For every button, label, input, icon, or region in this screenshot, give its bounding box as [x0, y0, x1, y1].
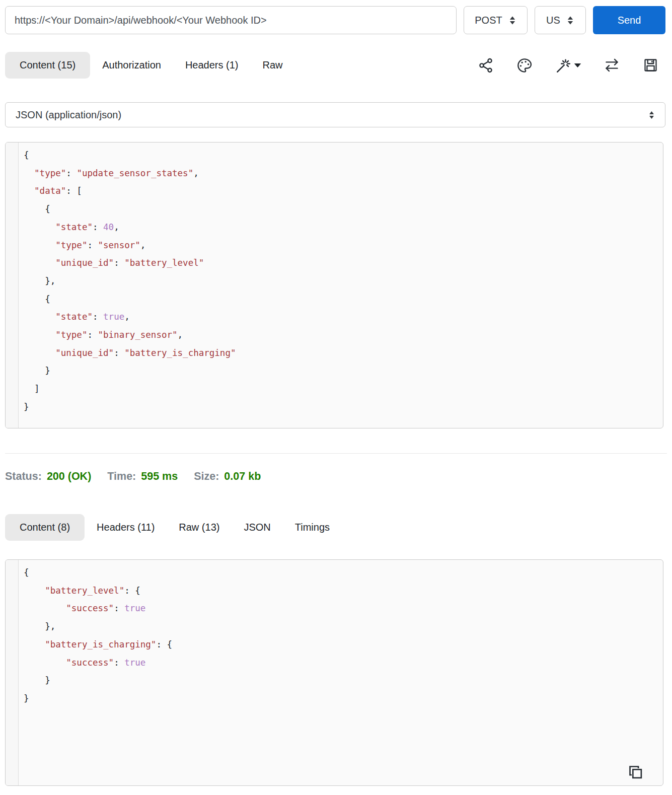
- response-body-code: { "battery_level": { "success": true }, …: [19, 564, 661, 783]
- tab-response-content[interactable]: Content (8): [5, 514, 85, 541]
- body-type-select[interactable]: JSON (application/json): [5, 102, 665, 127]
- tab-response-raw[interactable]: Raw (13): [167, 514, 232, 541]
- divider: [5, 453, 667, 454]
- tab-request-raw[interactable]: Raw: [251, 52, 295, 79]
- updown-arrows-icon: [566, 16, 574, 25]
- tab-response-timings[interactable]: Timings: [283, 514, 342, 541]
- response-tab-row: Content (8) Headers (11) Raw (13) JSON T…: [5, 514, 665, 541]
- request-body-code[interactable]: { "type": "update_sensor_states", "data"…: [19, 147, 661, 426]
- tab-request-authorization[interactable]: Authorization: [90, 52, 173, 79]
- time-label: Time:: [107, 470, 136, 483]
- viewer-gutter: [6, 560, 19, 785]
- status-label: Status:: [5, 470, 42, 483]
- method-select[interactable]: POST: [464, 6, 528, 34]
- status-value: 200 (OK): [47, 470, 91, 483]
- region-select-value: US: [546, 15, 560, 26]
- time-pair: Time: 595 ms: [107, 470, 178, 483]
- status-bar: Status: 200 (OK) Time: 595 ms Size: 0.07…: [5, 466, 667, 486]
- url-input[interactable]: [5, 6, 457, 34]
- request-body-editor[interactable]: { "type": "update_sensor_states", "data"…: [5, 142, 663, 428]
- response-body-viewer: { "battery_level": { "success": true }, …: [5, 559, 663, 786]
- send-button[interactable]: Send: [593, 6, 665, 34]
- updown-arrows-icon: [508, 16, 516, 25]
- tab-response-headers[interactable]: Headers (11): [85, 514, 167, 541]
- region-select[interactable]: US: [535, 6, 586, 34]
- chevron-down-icon: [574, 63, 581, 68]
- size-label: Size:: [194, 470, 219, 483]
- request-tab-row: Content (15) Authorization Headers (1) R…: [5, 52, 665, 79]
- swap-arrows-icon[interactable]: [604, 57, 620, 74]
- size-value: 0.07 kb: [224, 470, 261, 483]
- editor-gutter: [6, 142, 19, 428]
- share-icon[interactable]: [478, 57, 494, 74]
- body-type-select-value: JSON (application/json): [16, 109, 121, 121]
- method-select-value: POST: [475, 15, 502, 26]
- save-icon[interactable]: [643, 57, 658, 73]
- tab-request-content[interactable]: Content (15): [5, 52, 90, 79]
- magic-wand-icon: [555, 57, 572, 74]
- magic-wand-menu[interactable]: [555, 57, 581, 74]
- palette-icon[interactable]: [516, 57, 533, 74]
- copy-icon[interactable]: [627, 763, 644, 780]
- updown-arrows-icon: [648, 111, 655, 119]
- status-pair: Status: 200 (OK): [5, 470, 91, 483]
- toolbar: [478, 57, 665, 74]
- tab-request-headers[interactable]: Headers (1): [173, 52, 251, 79]
- size-pair: Size: 0.07 kb: [194, 470, 261, 483]
- tab-response-json[interactable]: JSON: [232, 514, 282, 541]
- request-bar: POST US Send: [0, 0, 672, 34]
- time-value: 595 ms: [141, 470, 178, 483]
